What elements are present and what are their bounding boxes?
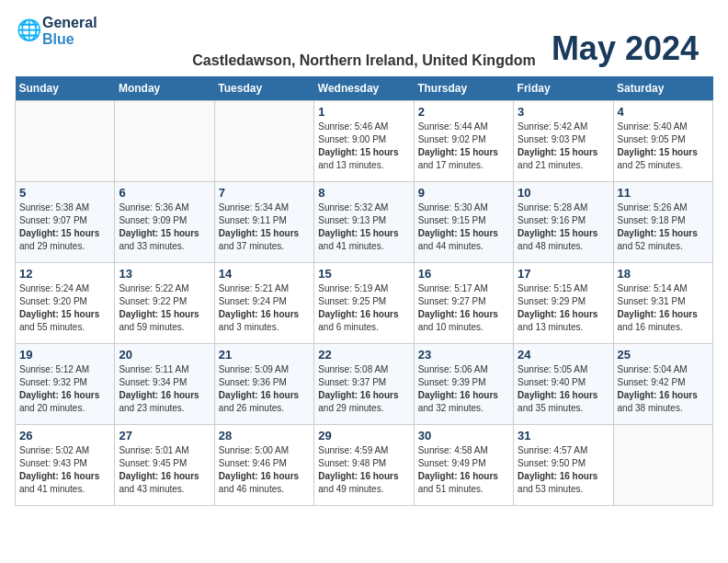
calendar-cell: 20Sunrise: 5:11 AMSunset: 9:34 PMDayligh…: [115, 344, 214, 425]
day-info: Sunrise: 5:05 AMSunset: 9:40 PMDaylight:…: [518, 363, 609, 415]
day-number: 14: [219, 267, 310, 281]
day-number: 15: [318, 267, 409, 281]
logo-text: GeneralBlue: [42, 15, 97, 47]
day-info: Sunrise: 5:36 AMSunset: 9:09 PMDaylight:…: [119, 201, 210, 253]
logo-icon: 🌐: [15, 18, 40, 44]
day-info: Sunrise: 5:26 AMSunset: 9:18 PMDaylight:…: [618, 201, 709, 253]
calendar-cell: 2Sunrise: 5:44 AMSunset: 9:02 PMDaylight…: [414, 101, 513, 182]
calendar-week-row: 5Sunrise: 5:38 AMSunset: 9:07 PMDaylight…: [16, 182, 713, 263]
weekday-header-wednesday: Wednesday: [314, 76, 414, 101]
calendar-cell: 23Sunrise: 5:06 AMSunset: 9:39 PMDayligh…: [414, 344, 513, 425]
logo: 🌐 GeneralBlue: [15, 15, 97, 47]
day-number: 8: [318, 186, 409, 200]
calendar-cell: 31Sunrise: 4:57 AMSunset: 9:50 PMDayligh…: [514, 425, 613, 506]
calendar-cell: 28Sunrise: 5:00 AMSunset: 9:46 PMDayligh…: [214, 425, 313, 506]
calendar-cell: 13Sunrise: 5:22 AMSunset: 9:22 PMDayligh…: [115, 263, 214, 344]
day-number: 13: [119, 267, 210, 281]
day-number: 1: [318, 105, 409, 119]
weekday-header-friday: Friday: [514, 76, 613, 101]
day-number: 9: [418, 186, 509, 200]
day-number: 25: [618, 348, 709, 362]
day-info: Sunrise: 4:59 AMSunset: 9:48 PMDaylight:…: [318, 444, 409, 496]
day-number: 18: [618, 267, 709, 281]
calendar-cell: 30Sunrise: 4:58 AMSunset: 9:49 PMDayligh…: [414, 425, 513, 506]
calendar-cell: [214, 101, 313, 182]
day-info: Sunrise: 5:08 AMSunset: 9:37 PMDaylight:…: [318, 363, 409, 415]
day-info: Sunrise: 5:32 AMSunset: 9:13 PMDaylight:…: [318, 201, 409, 253]
calendar-cell: [613, 425, 712, 506]
day-number: 21: [219, 348, 310, 362]
calendar-cell: 19Sunrise: 5:12 AMSunset: 9:32 PMDayligh…: [16, 344, 115, 425]
day-number: 10: [518, 186, 609, 200]
day-number: 17: [518, 267, 609, 281]
day-number: 19: [19, 348, 110, 362]
calendar-cell: 27Sunrise: 5:01 AMSunset: 9:45 PMDayligh…: [115, 425, 214, 506]
day-number: 27: [119, 429, 210, 442]
calendar-cell: 21Sunrise: 5:09 AMSunset: 9:36 PMDayligh…: [214, 344, 313, 425]
day-number: 5: [19, 186, 110, 200]
calendar-cell: 25Sunrise: 5:04 AMSunset: 9:42 PMDayligh…: [613, 344, 712, 425]
day-info: Sunrise: 5:22 AMSunset: 9:22 PMDaylight:…: [119, 282, 210, 334]
day-number: 4: [618, 105, 709, 119]
day-info: Sunrise: 5:01 AMSunset: 9:45 PMDaylight:…: [119, 444, 210, 496]
day-info: Sunrise: 5:11 AMSunset: 9:34 PMDaylight:…: [119, 363, 210, 415]
calendar-cell: 3Sunrise: 5:42 AMSunset: 9:03 PMDaylight…: [514, 101, 613, 182]
weekday-header-thursday: Thursday: [414, 76, 513, 101]
calendar-table: SundayMondayTuesdayWednesdayThursdayFrid…: [15, 76, 713, 506]
day-number: 22: [318, 348, 409, 362]
day-info: Sunrise: 5:44 AMSunset: 9:02 PMDaylight:…: [418, 121, 509, 172]
day-number: 20: [119, 348, 210, 362]
day-info: Sunrise: 5:24 AMSunset: 9:20 PMDaylight:…: [19, 282, 110, 334]
calendar-cell: 7Sunrise: 5:34 AMSunset: 9:11 PMDaylight…: [214, 182, 313, 263]
day-info: Sunrise: 5:38 AMSunset: 9:07 PMDaylight:…: [19, 201, 110, 253]
day-number: 6: [119, 186, 210, 200]
calendar-cell: 15Sunrise: 5:19 AMSunset: 9:25 PMDayligh…: [314, 263, 414, 344]
calendar-cell: 10Sunrise: 5:28 AMSunset: 9:16 PMDayligh…: [514, 182, 613, 263]
weekday-header-row: SundayMondayTuesdayWednesdayThursdayFrid…: [16, 76, 713, 101]
day-info: Sunrise: 5:42 AMSunset: 9:03 PMDaylight:…: [518, 121, 609, 172]
calendar-cell: [16, 101, 115, 182]
calendar-cell: 1Sunrise: 5:46 AMSunset: 9:00 PMDaylight…: [314, 101, 414, 182]
calendar-cell: 12Sunrise: 5:24 AMSunset: 9:20 PMDayligh…: [16, 263, 115, 344]
calendar-cell: [115, 101, 214, 182]
day-info: Sunrise: 5:15 AMSunset: 9:29 PMDaylight:…: [518, 282, 609, 334]
calendar-week-row: 19Sunrise: 5:12 AMSunset: 9:32 PMDayligh…: [16, 344, 713, 425]
day-number: 28: [219, 429, 310, 442]
day-info: Sunrise: 5:14 AMSunset: 9:31 PMDaylight:…: [618, 282, 709, 334]
calendar-cell: 5Sunrise: 5:38 AMSunset: 9:07 PMDaylight…: [16, 182, 115, 263]
day-info: Sunrise: 5:00 AMSunset: 9:46 PMDaylight:…: [219, 444, 310, 496]
calendar-week-row: 1Sunrise: 5:46 AMSunset: 9:00 PMDaylight…: [16, 101, 713, 182]
day-info: Sunrise: 5:28 AMSunset: 9:16 PMDaylight:…: [518, 201, 609, 253]
weekday-header-saturday: Saturday: [613, 76, 712, 101]
day-number: 26: [19, 429, 110, 442]
day-info: Sunrise: 5:12 AMSunset: 9:32 PMDaylight:…: [19, 363, 110, 415]
day-number: 7: [219, 186, 310, 200]
day-info: Sunrise: 5:19 AMSunset: 9:25 PMDaylight:…: [318, 282, 409, 334]
calendar-cell: 14Sunrise: 5:21 AMSunset: 9:24 PMDayligh…: [214, 263, 313, 344]
day-info: Sunrise: 5:34 AMSunset: 9:11 PMDaylight:…: [219, 201, 310, 253]
day-info: Sunrise: 5:04 AMSunset: 9:42 PMDaylight:…: [618, 363, 709, 415]
day-number: 2: [418, 105, 509, 119]
page-header: 🌐 GeneralBlue May 2024: [15, 15, 713, 51]
day-number: 24: [518, 348, 609, 362]
day-number: 11: [618, 186, 709, 200]
day-number: 23: [418, 348, 509, 362]
calendar-cell: 24Sunrise: 5:05 AMSunset: 9:40 PMDayligh…: [514, 344, 613, 425]
day-info: Sunrise: 5:30 AMSunset: 9:15 PMDaylight:…: [418, 201, 509, 253]
calendar-week-row: 12Sunrise: 5:24 AMSunset: 9:20 PMDayligh…: [16, 263, 713, 344]
day-number: 30: [418, 429, 509, 442]
day-info: Sunrise: 5:06 AMSunset: 9:39 PMDaylight:…: [418, 363, 509, 415]
title-section: May 2024: [552, 29, 699, 68]
calendar-cell: 29Sunrise: 4:59 AMSunset: 9:48 PMDayligh…: [314, 425, 414, 506]
month-year-title: May 2024: [552, 29, 699, 68]
calendar-cell: 11Sunrise: 5:26 AMSunset: 9:18 PMDayligh…: [613, 182, 712, 263]
day-info: Sunrise: 4:58 AMSunset: 9:49 PMDaylight:…: [418, 444, 509, 496]
day-info: Sunrise: 4:57 AMSunset: 9:50 PMDaylight:…: [518, 444, 609, 496]
day-info: Sunrise: 5:02 AMSunset: 9:43 PMDaylight:…: [19, 444, 110, 496]
weekday-header-monday: Monday: [115, 76, 214, 101]
calendar-cell: 18Sunrise: 5:14 AMSunset: 9:31 PMDayligh…: [613, 263, 712, 344]
calendar-cell: 26Sunrise: 5:02 AMSunset: 9:43 PMDayligh…: [16, 425, 115, 506]
day-info: Sunrise: 5:17 AMSunset: 9:27 PMDaylight:…: [418, 282, 509, 334]
day-number: 16: [418, 267, 509, 281]
calendar-cell: 9Sunrise: 5:30 AMSunset: 9:15 PMDaylight…: [414, 182, 513, 263]
